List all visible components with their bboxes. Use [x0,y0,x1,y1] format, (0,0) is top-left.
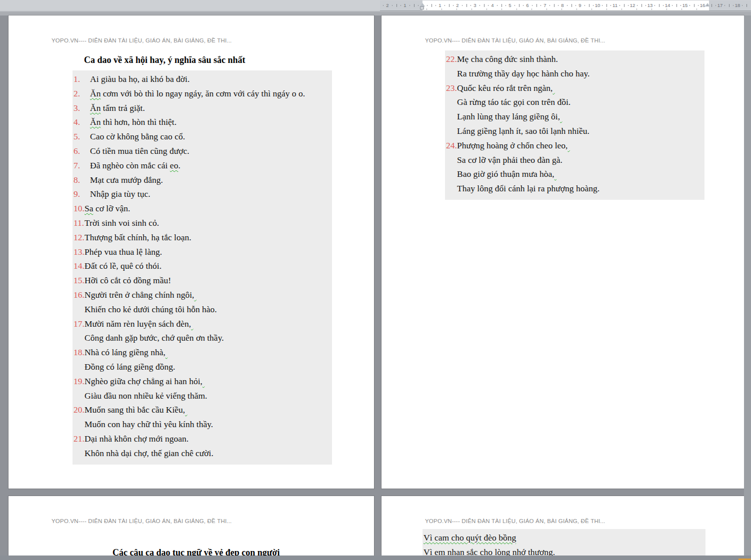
ca-dao-line: 9.Nhập gia tùy tục. [72,187,332,201]
ca-dao-line: 16.Người trên ở chẳng chính ngôi, [72,288,332,302]
line-text: Cao cờ không bằng cao cổ. [90,131,185,141]
ca-dao-line: 6.Có tiền mua tiên cũng được. [72,144,332,158]
ruler-number: 12 [630,2,636,9]
ruler-tick [733,5,734,6]
line-text: Người trên ở chẳng chính ngôi, [84,290,194,300]
ca-dao-line: 10.Sa cơ lỡ vận. [72,201,332,216]
line-text: Đã nghèo còn mắc cái [90,160,170,170]
ruler-tick [637,5,638,6]
spellcheck-flagged-text [202,376,204,386]
right-indent-marker[interactable] [705,3,710,6]
default-tab-stop-mark [516,8,517,10]
default-tab-stop-mark [666,8,667,10]
ca-dao-line: 20.Muốn sang thì bắc cầu Kiều, [72,403,332,417]
page-header-text: YOPO.VN---- DIỄN ĐÀN TÀI LIỆU, GIÁO ÁN, … [425,518,605,524]
ruler-tick [707,5,708,6]
vertical-scrollbar-track[interactable] [744,15,751,556]
default-tab-stop-mark [442,8,442,10]
ruler-tick [536,4,537,7]
line-text: Sa cơ lỡ vận phải theo đàn gà. [457,155,562,165]
ruler-tick [453,5,454,6]
ca-dao-line: Bao giờ gió thuận mưa hòa, [445,167,704,181]
ruler-number: 1 [404,2,406,9]
default-tab-stop-mark [636,8,637,10]
ruler-tick [396,4,397,7]
list-item-number: 14. [74,259,84,273]
ruler-tick [488,5,488,6]
ca-dao-line: 22.Mẹ cha công đức sinh thành. [445,52,704,66]
spellcheck-flagged-text [552,83,554,93]
ca-dao-line: 7.Đã nghèo còn mắc cái eo. [72,158,332,173]
ca-dao-line: Lạnh lùng thay láng giềng ôi, [445,109,704,124]
page-title: Ca dao về xã hội hay, ý nghĩa sâu sắc nh… [84,55,246,65]
ruler-tick [392,5,392,6]
spellcheck-flagged-text [568,140,570,150]
ca-dao-line: Khiến cho kẻ dưới chúng tôi hỗn hào. [72,302,332,317]
ruler-number: 15 [682,2,688,9]
default-tab-stop-mark [502,8,502,10]
ruler-tick [593,5,594,6]
chrome-shadow-band [0,12,751,15]
line-text: Đất có lề, quê có thói. [84,261,162,271]
default-tab-stop-mark [576,8,577,10]
ruler-tick [418,5,418,6]
ruler-tick [672,5,672,6]
ca-dao-line: 3.Ăn tấm trả giặt. [72,101,332,115]
spellcheck-flagged-text [560,111,562,121]
page-header-text: YOPO.VN---- DIỄN ĐÀN TÀI LIỆU, GIÁO ÁN, … [52,37,232,43]
spellcheck-flagged-text: eo [170,160,178,170]
ruler-tick [436,5,436,6]
horizontal-ruler[interactable]: 2112345678910111213141516171819 [380,0,751,11]
line-text: . [178,160,180,170]
spellcheck-flagged-text: Ăn [90,117,100,127]
line-text: Láng giềng lạnh ít, sao tôi lạnh nhiều. [457,126,590,136]
ruler-number: 8 [561,2,564,9]
ruler-tick [724,5,725,6]
ca-dao-line: Ra trường thầy dạy học hành cho hay. [445,66,704,81]
ca-dao-line: 23.Quốc kêu réo rắt trên ngàn, [445,81,704,95]
ca-dao-line: 5.Cao cờ không bằng cao cổ. [72,129,332,144]
list-item-number: 15. [74,273,84,288]
list-item-number: 10. [74,201,84,216]
line-text: Muốn sang thì bắc cầu Kiều, [84,405,185,415]
ca-dao-line: 8.Mạt cưa mướp đắng. [72,173,332,187]
ruler-tick [606,4,607,7]
ca-dao-line: Láng giềng lạnh ít, sao tôi lạnh nhiều. [445,124,704,138]
line-text: Phượng hoàng ở chốn cheo leo, [457,140,568,150]
line-text: cơm với bò thì lo ngay ngáy, ăn cơm với … [100,88,305,98]
list-item-number: 11. [74,216,84,230]
list-item-number: 4. [74,115,90,129]
line-text: Thượng bất chính, hạ tắc loạn. [84,232,192,242]
list-item-number: 1. [74,72,90,86]
ruler-tick [554,4,554,7]
ca-dao-line: 14.Đất có lề, quê có thói. [72,259,332,273]
ca-dao-line: 15.Hỡi cô cắt cỏ đồng mầu! [72,273,332,288]
hanging-indent-marker[interactable] [420,3,425,6]
ruler-tick [620,5,620,6]
list-item-number: 6. [74,144,90,158]
spellcheck-flagged-text: Ăn [90,103,100,113]
line-text: Ai giàu ba họ, ai khó ba đời. [90,74,190,84]
ca-dao-line: Giàu đầu non nhiều kẻ viếng thăm. [72,389,332,403]
ruler-tick [746,4,747,7]
left-indent-marker[interactable] [420,6,424,9]
ruler-tick [532,5,532,6]
default-tab-stop-mark [562,8,562,10]
ca-dao-line: 13.Phép vua thua lệ làng. [72,245,332,259]
line-text: Công danh gặp bước, chớ quên ơn thầy. [84,333,224,343]
ruler-tick [698,5,698,6]
ruler-tick [497,5,498,6]
highlighted-list-block: 1.Ai giàu ba họ, ai khó ba đời.2.Ăn cơm … [72,70,332,465]
ruler-number: 2 [386,2,388,9]
ruler-tick [742,5,742,6]
list-item-number: 22. [446,52,457,66]
ruler-number: 9 [578,2,581,9]
line-text: Quốc kêu réo rắt trên ngàn, [457,83,552,93]
ruler-tick [712,4,712,7]
spellcheck-flagged-text [191,319,193,329]
line-text: Thay lông đổi cánh lại ra phượng hoàng. [457,183,600,193]
ruler-number: 3 [474,2,476,9]
line-text: Lạnh lùng thay láng giềng ôi, [457,111,560,121]
default-tab-stop-mark [426,8,427,10]
ruler-tick [466,4,467,7]
